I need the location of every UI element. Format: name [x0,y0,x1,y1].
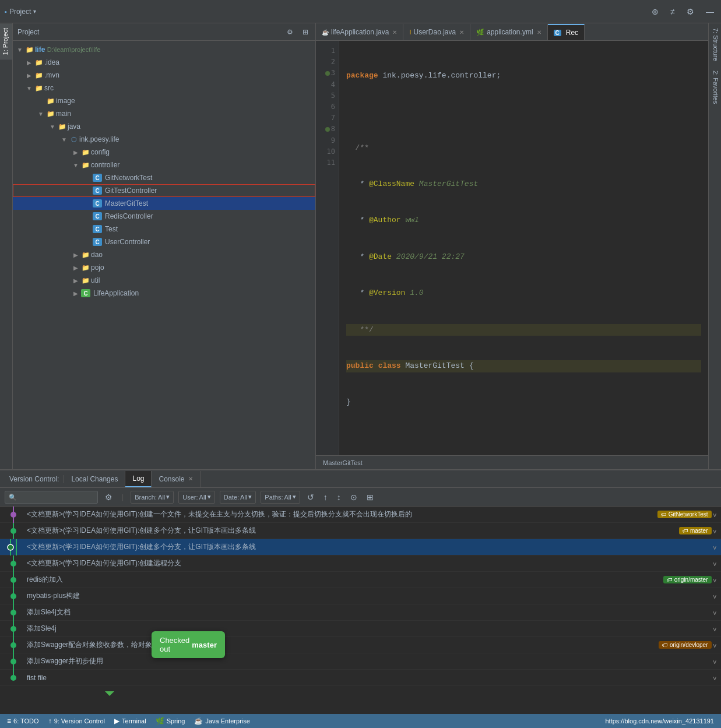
tab-log[interactable]: Log [125,471,152,487]
status-todo-label: 6: TODO [13,718,39,725]
log-row-8[interactable]: 添加Sle4j v [0,621,721,637]
status-terminal[interactable]: ▶ Terminal [114,717,146,725]
tree-item-mvn[interactable]: ▶ 📁 .mvn [13,69,315,82]
log-row-9[interactable]: 添加Swagger配合对象接收参数，给对象添加注解 🏷 origin/devlo… [0,637,721,653]
log-row-6[interactable]: mybatis-plus构建 v [0,588,721,604]
panel-header: Project ⚙ ⊞ [13,23,315,41]
top-toolbar: ▪ Project ▾ ⊕ ≠ ⚙ — [0,0,721,23]
notification-arrow [105,691,114,696]
tab-mastergittest[interactable]: C Rec [548,24,585,40]
tree-arrow-src: ▼ [24,85,34,92]
highlight-icon[interactable]: ⊙ [348,491,360,503]
tree-item-main[interactable]: ▼ 📁 main [13,107,315,120]
project-tree: ▼ 📁 life D:\learn\project\life ▶ 📁 .idea… [13,41,315,469]
tab-userdao[interactable]: I UserDao.java ✕ [403,24,470,40]
tree-item-idea[interactable]: ▶ 📁 .idea [13,56,315,69]
log-row-4[interactable]: <文档更新>(学习IDEA如何使用GIT):创建远程分支 v [0,555,721,572]
settings-gear-icon[interactable]: ⚙ [103,491,115,503]
date-filter[interactable]: Date: All ▾ [220,491,256,504]
tree-root[interactable]: ▼ 📁 life D:\learn\project\life [13,43,315,56]
log-row-11[interactable]: fist file v [0,670,721,686]
log-search-input[interactable] [5,491,98,504]
log-user-2: v [713,527,717,534]
tree-label-mastergittest: MasterGitTest [105,199,148,208]
tree-item-controller[interactable]: ▼ 📁 controller [13,159,315,171]
log-row-2[interactable]: <文档更新>(学习IDEA如何使用GIT):创建多个分支，让GIT版本画出多条线… [0,523,721,539]
right-side-tabs: 7: Structure 2: Favorites [708,23,721,469]
log-user-5: v [713,576,717,583]
tree-item-src[interactable]: ▼ 📁 src [13,82,315,94]
tab-console[interactable]: Console ✕ [152,471,200,487]
sort-icon[interactable]: ↕ [335,491,343,503]
svg-point-22 [10,675,16,681]
tab-lifeapplication[interactable]: ☕ lifeApplication.java ✕ [316,24,403,40]
tree-item-dao[interactable]: ▶ 📁 dao [13,248,315,261]
tree-item-mastergittest[interactable]: C MasterGitTest [13,197,315,210]
tree-item-lifeapp[interactable]: ▶ C LifeApplication [13,287,315,300]
fetch-icon[interactable]: ↑ [321,491,330,503]
refresh-icon[interactable]: ↺ [305,491,316,503]
status-spring-label: Spring [167,718,185,725]
minimize-icon[interactable]: — [704,6,716,17]
tree-label-gittestcontroller: GitTestController [105,187,157,195]
tree-item-rediscontroller[interactable]: C RedisController [13,210,315,223]
expand-icon[interactable]: ⊞ [300,27,311,37]
tab-local-changes[interactable]: Local Changes [64,471,125,487]
tree-item-usercontroller[interactable]: C UserController [13,235,315,248]
graph-col-8 [5,621,22,637]
tree-label-package: ink.poesy.life [79,135,119,143]
panel-title: Project [17,28,39,36]
sidebar-item-project[interactable]: 1: Project [0,23,12,59]
todo-icon: ≡ [7,717,11,725]
status-java-enterprise[interactable]: ☕ Java Enterprise [194,717,249,725]
settings-icon[interactable]: ⚙ [684,6,697,17]
tree-item-package[interactable]: ▼ ⬡ ink.poesy.life [13,133,315,146]
branch-filter[interactable]: Branch: All ▾ [131,491,174,504]
user-filter[interactable]: User: All ▾ [178,491,215,504]
status-todo[interactable]: ≡ 6: TODO [7,717,39,725]
tree-item-gittestcontroller[interactable]: C GitTestController [13,184,315,197]
tree-item-config[interactable]: ▶ 📁 config [13,146,315,159]
tab-icon-applicationyml: 🌿 [476,29,484,36]
graph-dot-2 [8,523,19,539]
class-test-icon: C [92,225,103,233]
log-message-6: mybatis-plus构建 [27,591,709,601]
log-row-7[interactable]: 添加Sle4j文档 v [0,604,721,621]
project-dropdown[interactable]: ▪ Project ▾ [5,8,36,16]
tree-item-image[interactable]: 📁 image [13,94,315,107]
tree-item-util[interactable]: ▶ 📁 util [13,274,315,287]
tab-applicationyml[interactable]: 🌿 application.yml ✕ [470,24,547,40]
tab-close-lifeapplication[interactable]: ✕ [392,29,397,36]
tree-item-test[interactable]: C Test [13,223,315,235]
line-num-5: 5 [319,90,335,101]
tree-item-gitnetworktest[interactable]: C GitNetworkTest [13,171,315,184]
line-num-6: 6 [319,101,335,112]
tab-close-userdao[interactable]: ✕ [459,29,464,36]
log-row-10[interactable]: 添加Swagger并初步使用 v [0,653,721,670]
tree-item-java[interactable]: ▼ 📁 java [13,120,315,133]
paths-filter[interactable]: Paths: All ▾ [261,491,300,504]
log-row-1[interactable]: <文档更新>(学习IDEA如何使用GIT):创建一个文件，未提交在主支与分支切换… [0,507,721,523]
log-table: <文档更新>(学习IDEA如何使用GIT):创建一个文件，未提交在主支与分支切换… [0,507,721,714]
line-num-1: 1 [319,45,335,57]
tab-console-close[interactable]: ✕ [188,476,193,482]
graph-dot-8 [8,621,19,637]
code-content[interactable]: package ink.poesy.life.controller; /** *… [339,41,708,455]
sidebar-item-favorites[interactable]: 2: Favorites [709,66,721,108]
tree-label-mvn: .mvn [44,71,59,79]
tree-item-pojo[interactable]: ▶ 📁 pojo [13,261,315,274]
pin-icon[interactable]: ⊞ [364,491,376,503]
log-tag-5: 🏷 origin/master v [663,576,716,583]
status-spring[interactable]: 🌿 Spring [156,717,185,725]
log-row-5[interactable]: redis的加入 🏷 origin/master v [0,572,721,588]
earth-icon[interactable]: ⊕ [649,6,661,17]
tab-close-applicationyml[interactable]: ✕ [537,29,541,36]
toolbar-icons: ⊕ ≠ ⚙ — [649,6,716,17]
status-vc[interactable]: ↑ 9: Version Control [48,717,105,725]
sidebar-item-structure[interactable]: 7: Structure [709,23,721,66]
gear-settings-icon[interactable]: ⚙ [284,27,296,37]
log-row-3[interactable]: <文档更新>(学习IDEA如何使用GIT):创建多个分支，让GIT版本画出多条线… [0,539,721,555]
tree-label-java: java [68,122,80,131]
compare-icon[interactable]: ≠ [668,6,677,17]
status-right-link[interactable]: https://blog.cdn.new/weixin_42131191 [605,718,714,725]
